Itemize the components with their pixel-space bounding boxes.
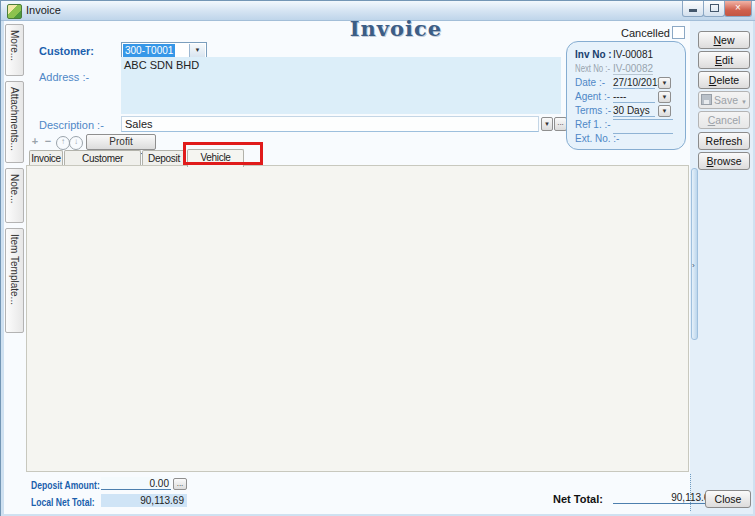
save-button-label: Save xyxy=(714,94,738,106)
tab-invoice[interactable]: Invoice xyxy=(29,150,63,166)
ellipsis-icon: ... xyxy=(557,118,564,127)
terms-label: Terms :- xyxy=(575,105,611,116)
inv-no-label: Inv No : xyxy=(575,49,612,60)
invoice-info-panel: Inv No : IV-00081 Next No :- IV-00082 Da… xyxy=(566,41,686,150)
minimize-icon xyxy=(689,9,697,12)
deposit-amount-more-button[interactable]: ... xyxy=(173,478,187,490)
description-value: Sales xyxy=(125,118,153,130)
save-icon xyxy=(701,94,712,105)
add-row-icon[interactable]: + xyxy=(29,136,41,148)
chevron-down-icon: ▼ xyxy=(195,47,201,53)
tab-customer-particular[interactable]: Customer Particular xyxy=(64,150,141,166)
address-box[interactable]: ABC SDN BHD xyxy=(121,57,561,114)
annotation-highlight-box xyxy=(183,142,263,165)
net-total-value: 90,113.69 xyxy=(613,491,717,504)
close-button[interactable]: Close xyxy=(705,490,751,508)
chevron-down-icon: ▼ xyxy=(662,80,668,86)
chevron-down-icon: ▼ xyxy=(544,121,550,127)
sidebar-item-label: Note... xyxy=(9,174,20,203)
terms-value[interactable]: 30 Days xyxy=(613,105,655,117)
description-field[interactable]: Sales xyxy=(121,116,539,132)
panel-splitter[interactable]: › xyxy=(691,168,698,340)
cancel-button[interactable]: Cancel xyxy=(698,111,750,129)
deposit-amount-label: Deposit Amount: xyxy=(31,479,100,491)
browse-button[interactable]: Browse xyxy=(698,152,750,170)
customer-name: ABC SDN BHD xyxy=(124,59,199,71)
move-down-icon[interactable]: ↓ xyxy=(69,136,83,150)
next-no-label: Next No :- xyxy=(575,63,610,74)
next-no-value: IV-00082 xyxy=(613,63,653,75)
agent-label: Agent :- xyxy=(575,91,610,102)
remove-row-icon[interactable]: − xyxy=(42,136,54,148)
local-net-total-value: 90,113.69 xyxy=(101,494,187,507)
close-window-button[interactable]: × xyxy=(724,1,752,17)
maximize-icon xyxy=(710,4,719,12)
maximize-button[interactable] xyxy=(703,1,725,17)
date-value[interactable]: 27/10/2015 xyxy=(613,77,655,89)
vehicle-detail-panel xyxy=(26,165,689,472)
ref1-label: Ref 1. :- xyxy=(575,119,611,130)
sidebar-item-more[interactable]: More... xyxy=(5,24,24,76)
refresh-button[interactable]: Refresh xyxy=(698,132,750,150)
new-button[interactable]: New xyxy=(698,31,750,49)
agent-value[interactable]: ---- xyxy=(613,91,655,103)
sidebar-item-note[interactable]: Note... xyxy=(5,168,24,223)
edit-button[interactable]: Edit xyxy=(698,51,750,69)
profit-estimator-button[interactable]: Profit Estimator xyxy=(86,134,156,150)
ref1-value[interactable] xyxy=(613,119,673,120)
agent-dropdown-button[interactable]: ▼ xyxy=(658,91,671,103)
ext-no-label: Ext. No. :- xyxy=(575,133,619,144)
page-title: Invoice xyxy=(301,16,491,41)
splitter-arrow-icon: › xyxy=(692,261,695,270)
customer-dropdown-button[interactable]: ▼ xyxy=(189,44,205,57)
cancelled-checkbox[interactable] xyxy=(672,26,685,39)
ext-no-value[interactable] xyxy=(613,133,673,134)
date-dropdown-button[interactable]: ▼ xyxy=(658,77,671,89)
delete-button[interactable]: Delete xyxy=(698,71,750,89)
sidebar-item-attachments[interactable]: Attachments... xyxy=(5,81,24,163)
address-label: Address :- xyxy=(39,71,89,83)
customer-label: Customer: xyxy=(39,45,94,57)
inv-no-value: IV-00081 xyxy=(613,49,653,60)
invoice-window: Invoice × More... Attachments... Note...… xyxy=(0,0,755,516)
sidebar-item-label: Attachments... xyxy=(9,87,20,151)
save-button[interactable]: Save ▼ xyxy=(698,91,750,109)
chevron-down-icon: ▼ xyxy=(662,108,668,114)
ellipsis-icon: ... xyxy=(177,479,184,488)
description-label: Description :- xyxy=(39,119,104,131)
terms-dropdown-button[interactable]: ▼ xyxy=(658,105,671,117)
deposit-amount-value[interactable]: 0.00 xyxy=(101,477,171,490)
customer-code-value: 300-T0001 xyxy=(123,44,175,57)
tab-deposit-info[interactable]: Deposit Info xyxy=(142,150,186,166)
chevron-down-icon: ▼ xyxy=(741,99,747,105)
sidebar-item-label: Item Template... xyxy=(9,234,20,305)
close-icon: × xyxy=(735,2,741,13)
date-label: Date :- xyxy=(575,77,605,88)
cancelled-label: Cancelled xyxy=(621,27,670,39)
app-icon xyxy=(7,4,22,19)
sidebar-item-item-template[interactable]: Item Template... xyxy=(5,228,24,333)
move-up-icon[interactable]: ↑ xyxy=(56,136,70,150)
local-net-total-label: Local Net Total: xyxy=(31,496,95,508)
net-total-label: Net Total: xyxy=(553,493,603,505)
description-dropdown-button[interactable]: ▼ xyxy=(541,117,553,131)
sidebar-item-label: More... xyxy=(9,30,20,61)
minimize-button[interactable] xyxy=(682,1,704,17)
window-title: Invoice xyxy=(26,4,61,16)
chevron-down-icon: ▼ xyxy=(662,94,668,100)
